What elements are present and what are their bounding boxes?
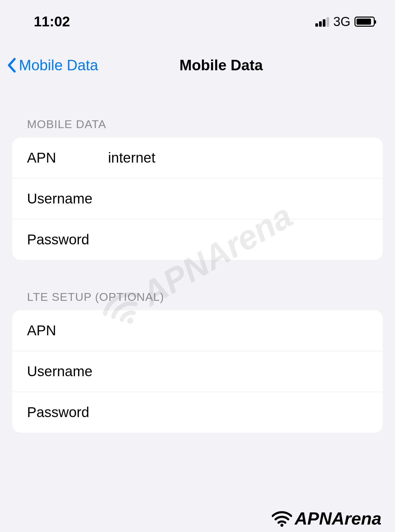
lte-username-input[interactable] xyxy=(108,363,368,380)
network-type: 3G xyxy=(333,15,350,29)
mobile-data-password-label: Password xyxy=(27,232,108,248)
signal-icon xyxy=(315,17,329,27)
lte-password-row[interactable]: Password xyxy=(12,392,383,433)
lte-username-label: Username xyxy=(27,363,108,380)
back-button[interactable]: Mobile Data xyxy=(7,57,98,74)
lte-password-label: Password xyxy=(27,404,108,420)
status-bar: 11:02 3G xyxy=(0,0,395,40)
section-group-lte-setup: APN Username Password xyxy=(12,310,383,433)
watermark-logo: APNArena xyxy=(272,508,381,529)
wifi-icon xyxy=(272,510,292,527)
chevron-left-icon xyxy=(7,58,16,73)
nav-bar: Mobile Data Mobile Data xyxy=(0,40,395,84)
battery-icon xyxy=(354,17,375,27)
mobile-data-username-row[interactable]: Username xyxy=(12,178,383,219)
mobile-data-username-label: Username xyxy=(27,191,108,207)
lte-apn-label: APN xyxy=(27,322,108,339)
mobile-data-apn-row[interactable]: APN xyxy=(12,138,383,178)
mobile-data-apn-input[interactable] xyxy=(108,150,368,166)
lte-password-input[interactable] xyxy=(108,404,368,420)
mobile-data-password-input[interactable] xyxy=(108,232,368,248)
lte-apn-input[interactable] xyxy=(108,322,368,339)
section-group-mobile-data: APN Username Password xyxy=(12,138,383,260)
lte-username-row[interactable]: Username xyxy=(12,351,383,392)
page-title: Mobile Data xyxy=(54,57,388,74)
lte-apn-row[interactable]: APN xyxy=(12,310,383,351)
mobile-data-apn-label: APN xyxy=(27,150,108,166)
section-header-lte-setup: LTE SETUP (OPTIONAL) xyxy=(0,290,395,310)
svg-point-1 xyxy=(280,524,283,527)
status-time: 11:02 xyxy=(34,14,70,30)
mobile-data-username-input[interactable] xyxy=(108,191,368,207)
section-header-mobile-data: MOBILE DATA xyxy=(0,118,395,138)
back-label: Mobile Data xyxy=(19,57,98,74)
status-indicators: 3G xyxy=(315,15,375,29)
mobile-data-password-row[interactable]: Password xyxy=(12,219,383,260)
watermark-brand: APNArena xyxy=(295,508,381,529)
